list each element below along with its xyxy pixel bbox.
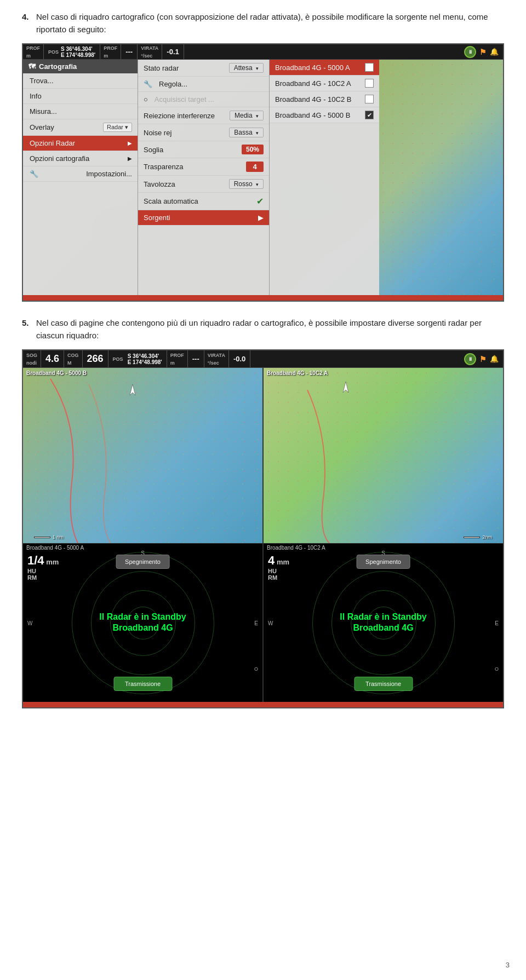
sorgenti-check-1	[365, 79, 374, 88]
section4-header: 4. Nel caso di riquadro cartografico (co…	[22, 11, 504, 36]
virata-label: VIRATA	[141, 45, 158, 51]
stato-radar-label: Stato radar	[144, 64, 225, 72]
reiezione-value[interactable]: Media ▾	[230, 111, 264, 120]
submenu-acquisisci: ○ Acquisisci target ...	[138, 92, 269, 107]
submenu-regola[interactable]: 🔧 Regola...	[138, 77, 269, 92]
map-left: Broadband 4G - 5000 B 1 nm	[23, 368, 264, 543]
menu-info-label: Info	[30, 92, 42, 100]
soglia-label: Soglia	[144, 146, 237, 154]
map-left-bg: Broadband 4G - 5000 B 1 nm	[23, 368, 262, 543]
menu-item-info[interactable]: Info	[23, 89, 138, 104]
sorgenti-col: Broadband 4G - 5000 A Broadband 4G - 10C…	[270, 60, 379, 295]
pos2-val: S 36°46.304'E 174°48.998'	[128, 353, 162, 365]
sog-cell: SOG nodi	[23, 350, 41, 367]
prof-value: ---	[125, 48, 133, 56]
radar-right-range: 4 mm	[268, 554, 289, 568]
pos-cell: POS S 36°46.304'E 174°48.998'	[44, 44, 100, 59]
radar-standby-btn-left[interactable]: Spegnimento	[116, 555, 170, 569]
menu-col-main: 🗺 Cartografia Trova... Info Misura... Ov…	[23, 60, 138, 295]
submenu-tavolozza[interactable]: Tavolozza Rosso ▾	[138, 176, 269, 193]
submenu-reiezione[interactable]: Reiezione interferenze Media ▾	[138, 107, 269, 124]
radar-tx-btn-left[interactable]: Trasmissione	[113, 677, 172, 691]
menu-item-misura[interactable]: Misura...	[23, 104, 138, 119]
submenu-sorgenti[interactable]: Sorgenti ▶	[138, 210, 269, 226]
status-icons: ⏸ ⚑ 🔔	[460, 46, 503, 58]
svg-marker-1	[343, 382, 348, 393]
menu-item-opzioni-carto[interactable]: Opzioni cartografia ▶	[23, 151, 138, 166]
submenu-stato-radar[interactable]: Stato radar Attesa ▾	[138, 60, 269, 77]
menu-item-impostazioni[interactable]: 🔧 Impostazioni...	[23, 166, 138, 182]
map-right: Broadband 4G - 10C2 A 2nm	[264, 368, 503, 543]
section5-header: 5. Nel caso di pagine che contengono più…	[22, 317, 504, 342]
status2-icons: ⏸ ⚑ 🔔	[460, 353, 503, 365]
menu-item-overlay[interactable]: Overlay Radar ▾	[23, 119, 138, 136]
trasparenza-label: Trasparenza	[144, 163, 242, 171]
overlay-badge: Radar ▾	[103, 123, 132, 132]
radar-standby-line2-left: Broadband 4G	[99, 623, 186, 635]
cog-label: COG	[67, 353, 79, 358]
submenu-noise[interactable]: Noise rej Bassa ▾	[138, 124, 269, 141]
radar-panel-left: Broadband 4G - 5000 A S E W O MN 1/4 mm	[23, 543, 264, 702]
pos2-label: POS	[113, 356, 123, 362]
regola-label: Regola...	[159, 80, 264, 88]
submenu-soglia[interactable]: Soglia 50%	[138, 141, 269, 158]
sog-value: 4.6	[45, 353, 59, 365]
radar-standby-line1-left: Il Radar è in Standby	[99, 612, 186, 623]
sorgenti-item-2[interactable]: Broadband 4G - 10C2 B	[270, 91, 379, 107]
prof2-unit: m	[170, 360, 175, 366]
menu-opzioni-radar-label: Opzioni Radar	[30, 139, 75, 147]
noise-value[interactable]: Bassa ▾	[229, 128, 264, 137]
menu-trova-label: Trova...	[30, 77, 54, 85]
scale-right-value: 2nm	[482, 534, 492, 540]
radar-tx-btn-right[interactable]: Trasmissione	[354, 677, 413, 691]
section4-text: Nel caso di riquadro cartografico (con s…	[36, 11, 504, 36]
menu-overlay: 🗺 Cartografia Trova... Info Misura... Ov…	[23, 60, 379, 295]
sorgenti-item-1[interactable]: Broadband 4G - 10C2 A	[270, 76, 379, 91]
virata2-value: -0.0	[233, 355, 245, 363]
prof-val-cell: ---	[121, 44, 138, 59]
cog-val-cell: 266	[83, 350, 108, 367]
section5-text: Nel caso di pagine che contengono più di…	[36, 317, 504, 342]
prof2-label: PROF	[170, 353, 184, 358]
radar-info-left: 1/4 mm HU RM	[27, 554, 59, 581]
stato-radar-value[interactable]: Attesa ▾	[229, 63, 264, 73]
tavolozza-label: Tavolozza	[144, 180, 225, 188]
section5-num: 5.	[22, 317, 32, 342]
radar-standby-btn-right[interactable]: Spegnimento	[356, 555, 410, 569]
compass-o-left: O	[254, 666, 258, 672]
sorgenti-label-1: Broadband 4G - 10C2 A	[275, 79, 351, 88]
menu-icon: 🗺	[28, 62, 36, 71]
acquisisci-label: Acquisisci target ...	[155, 95, 264, 103]
sorgenti-item-0[interactable]: Broadband 4G - 5000 A	[270, 60, 379, 76]
soglia-value[interactable]: 50%	[242, 145, 264, 154]
menu-item-trova[interactable]: Trova...	[23, 73, 138, 89]
trasparenza-value[interactable]: 4	[246, 162, 264, 172]
pause-icon-2[interactable]: ⏸	[464, 353, 476, 365]
menu-title-text: Cartografia	[39, 62, 77, 71]
menu-item-opzioni-radar[interactable]: Opzioni Radar ▶	[23, 136, 138, 151]
radar-standby-line1-right: Il Radar è in Standby	[340, 612, 426, 623]
status-bar-2: SOG nodi 4.6 COG M 266 POS S 36°46.304'E…	[23, 350, 503, 368]
map-left-label: Broadband 4G - 5000 B	[26, 370, 87, 376]
scale-bar-right: 2nm	[464, 534, 492, 540]
virata-value: -0.1	[167, 48, 179, 56]
submenu-trasparenza[interactable]: Trasparenza 4	[138, 158, 269, 176]
virata2-unit: °/sec	[208, 360, 219, 366]
pause-icon[interactable]: ⏸	[464, 46, 476, 58]
page-number: 3	[506, 961, 510, 969]
sog-unit: nodi	[26, 360, 37, 366]
sorgenti-item-3[interactable]: Broadband 4G - 5000 B ✔	[270, 107, 379, 123]
sog-val-cell: 4.6	[41, 350, 64, 367]
sorgenti-check-3: ✔	[365, 111, 374, 119]
tavolozza-value[interactable]: Rosso ▾	[229, 179, 264, 189]
noise-label: Noise rej	[144, 129, 225, 137]
sorgenti-label-2: Broadband 4G - 10C2 B	[275, 95, 351, 103]
status-bar-1: PROF m POS S 36°46.304'E 174°48.998' PRO…	[23, 44, 503, 60]
radar-left-range: 1/4 mm	[27, 554, 59, 568]
submenu-scala[interactable]: Scala automatica ✔	[138, 193, 269, 210]
prof2-cell: PROF m	[167, 350, 188, 367]
menu-impostazioni-label: Impostazioni...	[86, 170, 132, 178]
arrow-icon2: ▶	[128, 155, 132, 162]
arrow-icon: ▶	[128, 140, 132, 146]
radar-panel-right: Broadband 4G - 10C2 A S E W O MN 4 mm HU	[264, 543, 503, 702]
